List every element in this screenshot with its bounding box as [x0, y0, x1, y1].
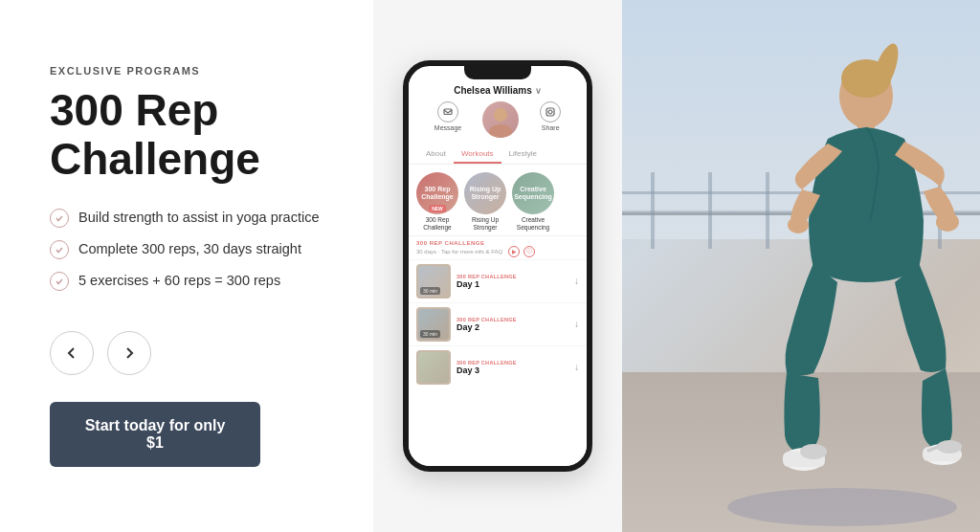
- svg-rect-8: [708, 172, 712, 249]
- svg-rect-9: [766, 172, 769, 249]
- day-item-1[interactable]: 30 min 300 REP CHALLENGE Day 1 ↓: [409, 259, 587, 302]
- left-panel: EXCLUSIVE PROGRAMS 300 Rep Challenge Bui…: [0, 0, 373, 532]
- message-action[interactable]: Message: [434, 101, 461, 138]
- check-icon-1: [50, 209, 69, 228]
- day-item-3[interactable]: 300 REP CHALLENGE Day 3 ↓: [409, 345, 587, 388]
- app-tabs: About Workouts Lifestyle: [409, 145, 587, 165]
- program-circles: 300 RepChallenge NEW 300 RepChallenge Ri…: [409, 165, 587, 235]
- challenge-meta: 30 days · Tap for more info & FAQ ▶ ⓘ: [416, 246, 579, 257]
- main-title: 300 Rep Challenge: [50, 86, 331, 183]
- day-2-info: 300 REP CHALLENGE Day 2: [457, 317, 568, 332]
- program-circle-3: CreativeSequencing: [512, 172, 554, 214]
- message-label: Message: [434, 124, 461, 131]
- download-icon-3[interactable]: ↓: [574, 362, 579, 372]
- phone-section: Chelsea Williams ∨ Message: [373, 0, 622, 532]
- day-1-duration: 30 min: [420, 287, 440, 295]
- next-arrow-button[interactable]: [107, 331, 151, 375]
- chevron-down-icon: ∨: [535, 86, 542, 96]
- phone-notch: [464, 66, 531, 79]
- day-item-2[interactable]: 30 min 300 REP CHALLENGE Day 2 ↓: [409, 302, 587, 345]
- avatar: [482, 101, 519, 138]
- play-icon[interactable]: ▶: [508, 246, 520, 257]
- svg-point-4: [548, 110, 552, 114]
- svg-point-2: [489, 124, 512, 138]
- day-1-info: 300 REP CHALLENGE Day 1: [457, 274, 568, 289]
- exclusive-label: EXCLUSIVE PROGRAMS: [50, 65, 331, 77]
- program-item-3[interactable]: CreativeSequencing CreativeSequencing: [512, 172, 554, 232]
- phone-inner: Chelsea Williams ∨ Message: [409, 79, 587, 466]
- program-circle-1: 300 RepChallenge NEW: [416, 172, 458, 214]
- feature-item-3: 5 exercises + 60 reps = 300 reps: [50, 271, 331, 291]
- svg-point-18: [936, 212, 959, 232]
- program-item-1[interactable]: 300 RepChallenge NEW 300 RepChallenge: [416, 172, 458, 232]
- new-badge: NEW: [429, 205, 446, 212]
- tab-lifestyle[interactable]: Lifestyle: [501, 145, 545, 164]
- photo-section: [622, 0, 980, 532]
- prev-arrow-button[interactable]: [50, 331, 94, 375]
- prog-label-1: 300 RepChallenge: [423, 216, 451, 232]
- day-3-info: 300 REP CHALLENGE Day 3: [457, 360, 568, 375]
- day-1-number: Day 1: [457, 279, 568, 289]
- svg-point-19: [788, 216, 809, 233]
- athlete-image: [622, 0, 980, 532]
- feature-list: Build strength to assist in yoga practic…: [50, 208, 331, 302]
- day-3-number: Day 3: [457, 366, 568, 375]
- check-icon-2: [50, 240, 69, 259]
- svg-point-25: [937, 440, 962, 454]
- phone-mockup: Chelsea Williams ∨ Message: [403, 60, 592, 472]
- play-info-icons: ▶ ⓘ: [508, 246, 535, 257]
- share-label: Share: [542, 124, 560, 131]
- svg-point-1: [494, 108, 507, 122]
- cta-button[interactable]: Start today for only $1: [50, 402, 260, 467]
- day-1-thumbnail: 30 min: [416, 264, 451, 299]
- info-icon[interactable]: ⓘ: [523, 246, 535, 257]
- day-2-number: Day 2: [457, 322, 568, 332]
- feature-item-2: Complete 300 reps, 30 days straight: [50, 239, 331, 259]
- day-2-duration: 30 min: [420, 330, 440, 338]
- tab-workouts[interactable]: Workouts: [454, 145, 501, 164]
- svg-rect-7: [651, 172, 655, 249]
- download-icon-1[interactable]: ↓: [574, 276, 579, 286]
- prog-label-2: Rising UpStronger: [472, 216, 499, 232]
- share-action[interactable]: Share: [540, 101, 561, 138]
- share-icon: [540, 101, 561, 122]
- check-icon-3: [50, 272, 69, 291]
- profile-actions: Message: [409, 98, 587, 142]
- download-icon-2[interactable]: ↓: [574, 319, 579, 329]
- day-3-thumbnail: [416, 350, 451, 385]
- profile-avatar-action: [482, 101, 519, 138]
- svg-point-22: [800, 444, 827, 459]
- program-item-2[interactable]: Rising UpStronger Rising UpStronger: [464, 172, 506, 232]
- prog-label-3: CreativeSequencing: [517, 216, 549, 232]
- day-2-thumbnail: 30 min: [416, 307, 451, 342]
- program-circle-2: Rising UpStronger: [464, 172, 506, 214]
- challenge-header: 300 REP CHALLENGE 30 days · Tap for more…: [409, 235, 587, 259]
- tab-about[interactable]: About: [418, 145, 454, 164]
- user-name: Chelsea Williams: [454, 85, 532, 96]
- app-header: Chelsea Williams ∨: [409, 79, 587, 98]
- nav-arrows: [50, 331, 331, 375]
- feature-item-1: Build strength to assist in yoga practic…: [50, 208, 331, 228]
- message-icon: [437, 101, 458, 122]
- svg-point-13: [727, 488, 957, 526]
- svg-rect-3: [546, 108, 554, 116]
